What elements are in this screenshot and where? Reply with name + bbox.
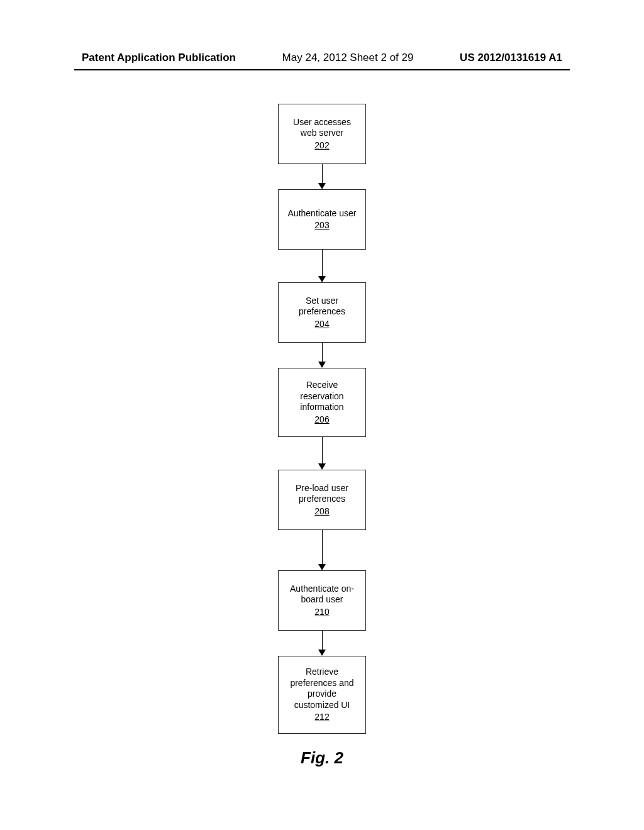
header-pub-number: US 2012/0131619 A1: [460, 52, 562, 64]
page: Patent Application Publication May 24, 2…: [0, 0, 644, 830]
flow-step-208: Pre-load userpreferences208: [278, 470, 366, 530]
flow-step-206: Receivereservationinformation206: [278, 368, 366, 437]
flow-step-text: Authenticate user: [288, 208, 357, 219]
header-publication: Patent Application Publication: [82, 52, 236, 64]
arrow-stem: [322, 437, 323, 463]
flow-step-text: Receive: [306, 380, 338, 391]
flow-step-text: web server: [301, 128, 343, 139]
arrow-head-icon: [318, 564, 326, 570]
flow-step-text: information: [300, 402, 343, 413]
flow-step-212: Retrievepreferences andprovidecustomized…: [278, 656, 366, 734]
flow-step-text: preferences: [299, 306, 345, 318]
page-header: Patent Application Publication May 24, 2…: [0, 52, 644, 70]
flow-step-ref: 202: [314, 140, 329, 152]
flow-step-ref: 210: [314, 607, 329, 618]
flow-step-text: board user: [301, 594, 343, 606]
flow-step-text: Authenticate on-: [290, 584, 354, 595]
flow-step-text: provide: [308, 689, 336, 700]
flow-step-ref: 208: [314, 506, 329, 517]
flow-step-text: reservation: [300, 391, 343, 402]
arrow-down-icon: [318, 437, 326, 470]
arrow-head-icon: [318, 463, 326, 470]
figure-label: Fig. 2: [0, 748, 644, 768]
arrow-down-icon: [318, 530, 326, 570]
arrow-down-icon: [318, 631, 326, 656]
arrow-stem: [322, 530, 323, 564]
flow-step-text: preferences: [299, 494, 345, 505]
flow-step-ref: 203: [314, 220, 329, 231]
flow-step-ref: 206: [314, 414, 329, 426]
arrow-stem: [322, 631, 323, 650]
arrow-stem: [322, 343, 323, 362]
flow-step-text: Retrieve: [306, 667, 338, 678]
header-date-sheet: May 24, 2012 Sheet 2 of 29: [282, 52, 414, 64]
flow-step-ref: 212: [314, 712, 329, 723]
flow-step-ref: 204: [314, 319, 329, 330]
arrow-down-icon: [318, 250, 326, 282]
flow-step-202: User accessesweb server202: [278, 104, 366, 164]
header-row: Patent Application Publication May 24, 2…: [0, 52, 644, 68]
arrow-stem: [322, 164, 323, 183]
header-rule: [74, 69, 570, 70]
flow-step-203: Authenticate user203: [278, 189, 366, 250]
flow-step-text: Pre-load user: [296, 483, 348, 494]
flow-step-text: preferences and: [290, 678, 353, 689]
arrow-head-icon: [318, 276, 326, 282]
flow-step-text: Set user: [306, 296, 338, 307]
flow-step-text: customized UI: [294, 700, 350, 711]
flow-step-text: User accesses: [293, 117, 351, 128]
arrow-down-icon: [318, 343, 326, 368]
flow-step-204: Set userpreferences204: [278, 282, 366, 343]
arrow-head-icon: [318, 362, 326, 368]
flow-step-210: Authenticate on-board user210: [278, 570, 366, 631]
arrow-head-icon: [318, 650, 326, 656]
arrow-down-icon: [318, 164, 326, 189]
arrow-stem: [322, 250, 323, 276]
flowchart: User accessesweb server202Authenticate u…: [0, 104, 644, 734]
arrow-head-icon: [318, 183, 326, 189]
